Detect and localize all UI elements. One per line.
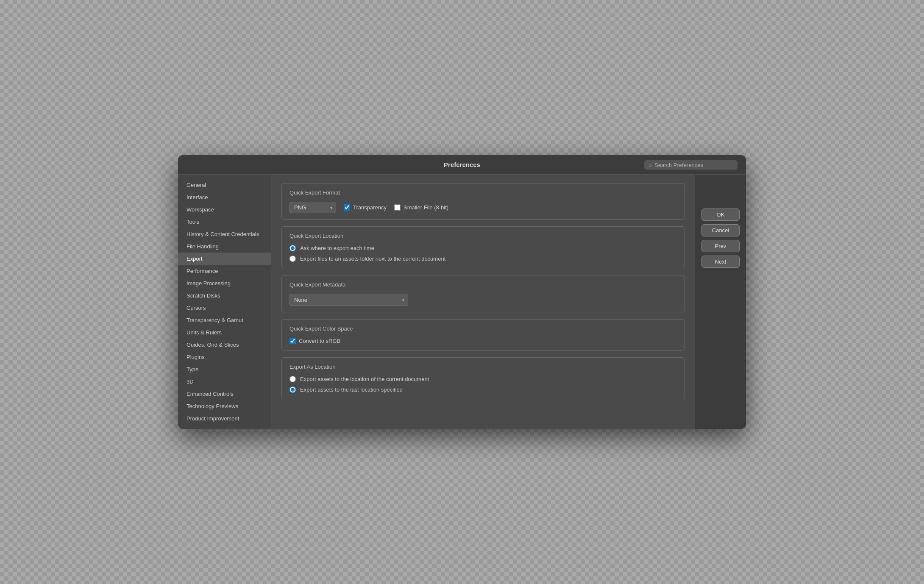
main-content: Quick Export Format PNG JPEG GIF SVG Tra… xyxy=(271,175,695,429)
sidebar-item-enhanced[interactable]: Enhanced Controls xyxy=(178,388,271,400)
search-icon: ⌕ xyxy=(648,161,652,168)
preferences-dialog: Preferences ⌕ General Interface Workspac… xyxy=(178,155,746,429)
smaller-file-checkbox[interactable] xyxy=(394,204,401,211)
metadata-select-wrapper[interactable]: None Copyright All xyxy=(289,294,408,306)
export-as-location-section: Export As Location Export assets to the … xyxy=(281,357,685,399)
format-select-wrapper[interactable]: PNG JPEG GIF SVG xyxy=(289,202,336,213)
sidebar-item-units[interactable]: Units & Rulers xyxy=(178,326,271,339)
export-last-location-option[interactable]: Export assets to the last location speci… xyxy=(289,387,677,393)
location-assets-option[interactable]: Export files to an assets folder next to… xyxy=(289,256,677,262)
dialog-title: Preferences xyxy=(444,161,480,168)
dialog-body: General Interface Workspace Tools Histor… xyxy=(178,175,746,429)
sidebar-item-tools[interactable]: Tools xyxy=(178,216,271,228)
sidebar-item-technology[interactable]: Technology Previews xyxy=(178,400,271,412)
transparency-label: Transparency xyxy=(353,204,387,211)
sidebar-item-file-handling[interactable]: File Handling xyxy=(178,240,271,253)
smaller-file-label: Smaller File (8-bit) xyxy=(404,204,448,211)
format-select[interactable]: PNG JPEG GIF SVG xyxy=(289,202,336,213)
sidebar-item-transparency[interactable]: Transparency & Gamut xyxy=(178,314,271,326)
sidebar-item-workspace[interactable]: Workspace xyxy=(178,203,271,216)
location-ask-radio[interactable] xyxy=(289,245,296,251)
export-last-location-label: Export assets to the last location speci… xyxy=(300,387,403,393)
next-button[interactable]: Next xyxy=(701,256,740,268)
metadata-select[interactable]: None Copyright All xyxy=(289,294,408,306)
prev-button[interactable]: Prev xyxy=(701,240,740,252)
quick-export-location-title: Quick Export Location xyxy=(289,233,677,239)
search-input[interactable] xyxy=(654,161,733,168)
sidebar-item-performance[interactable]: Performance xyxy=(178,265,271,277)
sidebar-item-image-processing[interactable]: Image Processing xyxy=(178,277,271,289)
location-ask-option[interactable]: Ask where to export each time xyxy=(289,245,677,251)
sidebar-item-general[interactable]: General xyxy=(178,179,271,191)
sidebar-item-export[interactable]: Export xyxy=(178,253,271,265)
location-assets-label: Export files to an assets folder next to… xyxy=(300,256,445,262)
ok-button[interactable]: OK xyxy=(701,209,740,221)
quick-export-metadata-title: Quick Export Metadata xyxy=(289,281,677,288)
sidebar-item-type[interactable]: Type xyxy=(178,363,271,375)
location-ask-label: Ask where to export each time xyxy=(300,245,374,251)
export-as-location-title: Export As Location xyxy=(289,364,677,370)
transparency-checkbox[interactable] xyxy=(344,204,350,211)
title-bar: Preferences ⌕ xyxy=(178,155,746,175)
quick-export-color-space-section: Quick Export Color Space Convert to sRGB xyxy=(281,319,685,350)
sidebar-item-guides[interactable]: Guides, Grid & Slices xyxy=(178,339,271,351)
export-last-location-radio[interactable] xyxy=(289,387,296,393)
quick-export-format-section: Quick Export Format PNG JPEG GIF SVG Tra… xyxy=(281,183,685,220)
location-assets-radio[interactable] xyxy=(289,256,296,262)
sidebar-item-plugins[interactable]: Plugins xyxy=(178,351,271,363)
export-current-doc-option[interactable]: Export assets to the location of the cur… xyxy=(289,376,677,382)
quick-export-format-title: Quick Export Format xyxy=(289,189,677,196)
smaller-file-checkbox-label[interactable]: Smaller File (8-bit) xyxy=(394,204,448,211)
quick-export-color-space-title: Quick Export Color Space xyxy=(289,325,677,332)
export-current-doc-label: Export assets to the location of the cur… xyxy=(300,376,429,382)
convert-srgb-checkbox[interactable] xyxy=(289,338,296,344)
convert-srgb-label: Convert to sRGB xyxy=(299,338,340,344)
sidebar-item-interface[interactable]: Interface xyxy=(178,191,271,203)
sidebar-item-cursors[interactable]: Cursors xyxy=(178,302,271,314)
format-row: PNG JPEG GIF SVG Transparency Smaller Fi… xyxy=(289,202,677,213)
export-current-doc-radio[interactable] xyxy=(289,376,296,382)
convert-srgb-checkbox-label[interactable]: Convert to sRGB xyxy=(289,338,677,344)
search-area[interactable]: ⌕ xyxy=(644,160,738,170)
sidebar-item-3d[interactable]: 3D xyxy=(178,375,271,388)
transparency-checkbox-label[interactable]: Transparency xyxy=(344,204,387,211)
sidebar-item-product[interactable]: Product Improvement xyxy=(178,412,271,425)
sidebar: General Interface Workspace Tools Histor… xyxy=(178,175,271,429)
quick-export-metadata-section: Quick Export Metadata None Copyright All xyxy=(281,275,685,312)
quick-export-location-section: Quick Export Location Ask where to expor… xyxy=(281,226,685,268)
sidebar-item-scratch-disks[interactable]: Scratch Disks xyxy=(178,289,271,302)
action-buttons: OK Cancel Prev Next xyxy=(695,175,746,429)
cancel-button[interactable]: Cancel xyxy=(701,224,740,236)
sidebar-item-history[interactable]: History & Content Credentials xyxy=(178,228,271,240)
